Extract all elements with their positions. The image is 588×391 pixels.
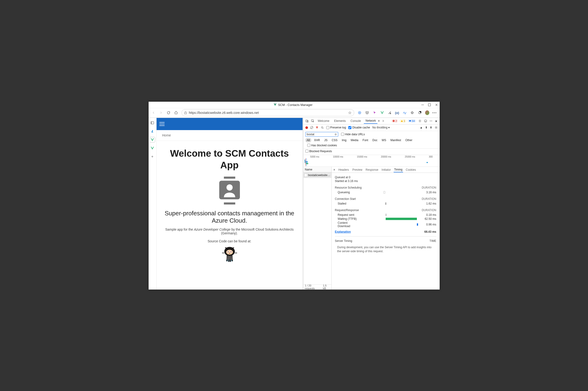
filter-toggle-icon[interactable] <box>316 126 319 129</box>
page-title: Welcome to SCM Contacts App <box>164 147 296 171</box>
detail-tab-preview[interactable]: Preview <box>352 167 363 172</box>
svg-point-27 <box>426 120 426 121</box>
extension-icon-pocket[interactable] <box>365 111 369 115</box>
detail-tab-timing[interactable]: Timing <box>394 167 403 172</box>
extension-icon-wave[interactable] <box>403 111 407 115</box>
record-button[interactable] <box>305 126 308 129</box>
devtools-close-icon[interactable]: × <box>435 119 437 123</box>
extension-icon-gear-bug[interactable] <box>410 111 414 115</box>
filter-clear-icon[interactable]: ⊗ <box>335 133 337 136</box>
throttling-select[interactable]: No throttling ▾ <box>372 126 390 129</box>
network-settings-icon[interactable] <box>434 126 438 129</box>
svg-rect-6 <box>151 121 152 124</box>
devtools-more-icon[interactable]: ⋯ <box>429 119 433 123</box>
detail-tab-headers[interactable]: Headers <box>338 167 349 172</box>
breadcrumb-home[interactable]: Home <box>162 133 171 137</box>
request-row[interactable]: bostaticwebsite.z... <box>304 172 332 178</box>
detail-tab-response[interactable]: Response <box>365 167 379 172</box>
export-har-icon[interactable]: ⬆ <box>425 126 427 129</box>
extension-icon-wand[interactable] <box>388 111 392 115</box>
detail-tab-initiator[interactable]: Initiator <box>381 167 391 172</box>
search-icon[interactable] <box>321 126 324 129</box>
vue-tab-icon[interactable] <box>150 146 155 151</box>
devtools-panel: Welcome Elements Console Network × 2 1 6… <box>304 118 440 290</box>
network-overview[interactable]: 5000 ms 10000 ms 15000 ms 20000 ms 25000… <box>304 155 440 167</box>
import-har-icon[interactable]: ▲ <box>420 126 423 129</box>
network-filter-input[interactable]: bostat ⊗ <box>305 132 338 137</box>
clear-button[interactable] <box>310 126 313 129</box>
svg-point-26 <box>425 120 425 121</box>
row-download-val: 0.96 ms <box>422 223 436 226</box>
settings-icon[interactable] <box>418 119 421 123</box>
blocked-cookies-checkbox[interactable]: Has blocked cookies <box>307 144 337 147</box>
disable-cache-checkbox[interactable]: Disable cache <box>348 126 370 129</box>
breadcrumb: Home <box>157 130 303 141</box>
filter-manifest[interactable]: Manifest <box>389 138 402 142</box>
filter-doc[interactable]: Doc <box>371 138 379 142</box>
extension-icon-braces[interactable]: {α} <box>395 111 399 115</box>
home-button[interactable] <box>174 111 178 115</box>
extension-icon-vue[interactable] <box>380 111 384 115</box>
filter-media[interactable]: Media <box>349 138 360 142</box>
more-button[interactable]: ••• <box>433 111 437 115</box>
extension-icon-collections[interactable] <box>418 111 422 115</box>
extension-icon-cursor[interactable] <box>373 111 377 115</box>
page-subtitle: Super-professional contacts management i… <box>164 210 296 224</box>
hamburger-menu-button[interactable] <box>159 122 165 126</box>
vue-tab-active-icon[interactable] <box>150 137 155 142</box>
github-octocat-icon[interactable] <box>220 245 239 262</box>
inspect-icon[interactable] <box>311 119 315 123</box>
back-button[interactable] <box>151 111 156 115</box>
refresh-button[interactable] <box>167 111 171 115</box>
request-type-filters: All XHR JS CSS Img Media Font Doc WS Man… <box>304 138 440 149</box>
forward-button[interactable] <box>159 111 163 115</box>
row-download-label: Content Download <box>335 221 361 228</box>
messages-badge[interactable]: 64 <box>408 119 416 123</box>
close-button[interactable] <box>435 103 437 106</box>
extension-icon-1[interactable] <box>357 111 362 115</box>
star-icon[interactable] <box>348 111 352 115</box>
hide-data-urls-checkbox[interactable]: Hide data URLs <box>341 133 365 136</box>
tabs-overflow-icon[interactable] <box>381 119 385 123</box>
section-request: Request/Response <box>335 208 359 212</box>
request-status-bar: 1 / 20 requests 1.5 kB <box>304 284 332 290</box>
filter-xhr[interactable]: XHR <box>313 138 321 142</box>
detail-close-icon[interactable]: × <box>334 168 335 171</box>
new-tab-button[interactable] <box>150 154 155 159</box>
tab-network[interactable]: Network <box>364 118 377 124</box>
error-badge[interactable]: 2 <box>391 119 398 123</box>
warning-badge[interactable]: 1 <box>400 119 406 123</box>
filter-ws[interactable]: WS <box>380 138 388 142</box>
address-bar[interactable]: https://bostaticwebsite.z6.web.core.wind… <box>181 109 354 116</box>
profile-avatar[interactable] <box>425 111 429 115</box>
minimize-button[interactable] <box>421 103 424 106</box>
timing-panel: Queued at 0 Started at 3.16 ms Resource … <box>332 173 440 290</box>
app-bar <box>157 118 303 130</box>
filter-img[interactable]: Img <box>340 138 348 142</box>
filter-other[interactable]: Other <box>404 138 414 142</box>
feedback-icon[interactable] <box>424 119 427 123</box>
preserve-log-checkbox[interactable]: Preserve log <box>326 126 346 129</box>
filter-js[interactable]: JS <box>323 138 329 142</box>
svg-rect-2 <box>390 113 391 114</box>
tab-elements[interactable]: Elements <box>332 118 347 123</box>
tab-network-close[interactable]: × <box>378 119 380 123</box>
tab-console[interactable]: Console <box>349 118 362 123</box>
azure-icon[interactable] <box>150 129 155 134</box>
explanation-link[interactable]: Explanation <box>335 230 351 233</box>
vertical-tabs-toggle-icon[interactable] <box>150 120 155 125</box>
maximize-button[interactable] <box>428 103 431 106</box>
filter-font[interactable]: Font <box>361 138 370 142</box>
filter-css[interactable]: CSS <box>330 138 339 142</box>
svg-point-15 <box>228 251 228 252</box>
svg-point-18 <box>229 253 230 254</box>
filter-all[interactable]: All <box>305 138 311 142</box>
detail-tab-cookies[interactable]: Cookies <box>405 167 417 172</box>
tab-welcome[interactable]: Welcome <box>316 118 331 123</box>
section-scheduling: Resource Scheduling <box>335 186 362 189</box>
device-toolbar-icon[interactable] <box>305 119 309 123</box>
request-list-header[interactable]: Name <box>304 167 332 172</box>
blocked-requests-checkbox[interactable]: Blocked Requests <box>305 150 332 153</box>
svg-point-1 <box>359 112 360 113</box>
download-har-icon[interactable]: ⬇ <box>430 126 432 129</box>
